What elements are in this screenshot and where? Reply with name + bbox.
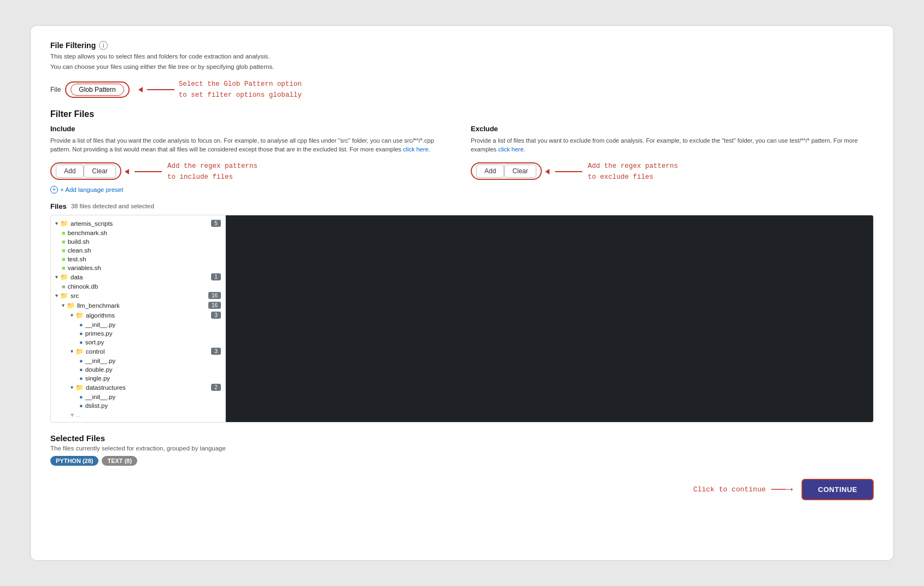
page-title: File Filtering xyxy=(50,41,96,50)
section-header: File Filtering i This step allows you to… xyxy=(50,41,874,72)
exclude-clear-button[interactable]: Clear xyxy=(504,165,536,178)
glob-annotation-text: Select the Glob Pattern optionto set fil… xyxy=(179,79,302,101)
file-icon: ● xyxy=(79,366,83,373)
file-icon: ● xyxy=(79,330,83,337)
include-annotation-text: Add the regex patternsto include files xyxy=(167,161,258,183)
file-icon: ■ xyxy=(62,247,66,254)
folder-icon: 📁 xyxy=(60,273,68,281)
file-icon: ● xyxy=(79,402,83,409)
files-main: ▾ 📁 artemis_scripts 5 ■ benchmark.sh ■ b… xyxy=(50,215,874,423)
folder-icon: 📁 xyxy=(75,312,84,319)
list-item[interactable]: ▾ 📁 control 3 xyxy=(51,347,225,356)
exclude-add-button[interactable]: Add xyxy=(476,165,504,178)
files-section: Files 38 files detected and selected ▾ 📁… xyxy=(50,202,874,423)
info-icon[interactable]: i xyxy=(99,41,108,50)
plus-circle-icon: + xyxy=(50,186,58,194)
file-icon: ■ xyxy=(62,256,66,262)
list-item[interactable]: ● sort.py xyxy=(51,338,225,347)
exclude-annotation-text: Add the regex patternsto exclude files xyxy=(588,161,678,183)
list-item[interactable]: ● primes.py xyxy=(51,329,225,338)
list-item[interactable]: ● dslist.py xyxy=(51,401,225,410)
file-icon: ■ xyxy=(62,238,66,245)
file-icon: ● xyxy=(79,339,83,345)
list-item[interactable]: ▾ 📁 artemis_scripts 5 xyxy=(51,219,225,228)
list-item[interactable]: ● __init__.py xyxy=(51,356,225,365)
filter-columns: Include Provide a list of files that you… xyxy=(50,125,874,194)
include-arrow-left-icon xyxy=(125,169,129,174)
glob-annotation-area: Select the Glob Pattern optionto set fil… xyxy=(138,79,302,101)
chevron-down-icon: ▾ xyxy=(71,348,73,354)
bottom-row: Click to continue ——→ CONTINUE xyxy=(50,479,874,500)
glob-pattern-oval: Glob Pattern xyxy=(65,81,129,98)
file-label: File xyxy=(50,86,61,93)
file-mode-row: File Glob Pattern Select the Glob Patter… xyxy=(50,79,874,101)
file-icon: ■ xyxy=(62,230,66,236)
file-icon: ● xyxy=(79,375,83,382)
code-preview-panel xyxy=(226,215,873,422)
list-item[interactable]: ● __init__.py xyxy=(51,320,225,329)
include-btn-row: Add Clear Add the regex patternsto inclu… xyxy=(50,160,453,183)
files-header: Files 38 files detected and selected xyxy=(50,202,874,210)
folder-icon: 📁 xyxy=(60,292,68,300)
exclude-title: Exclude xyxy=(471,125,874,133)
list-item[interactable]: ■ build.sh xyxy=(51,237,225,246)
list-item[interactable]: ▾ 📁 src 16 xyxy=(51,291,225,301)
include-link[interactable]: click here xyxy=(403,146,428,153)
filter-files-title: Filter Files xyxy=(50,109,874,119)
include-add-button[interactable]: Add xyxy=(56,165,84,178)
exclude-description: Provide a list of files that you want to… xyxy=(471,136,874,154)
selected-files-description: The files currently selected for extract… xyxy=(50,445,874,452)
chevron-down-icon: ▾ xyxy=(62,302,65,308)
list-item[interactable]: ▾ 📁 algorithms 3 xyxy=(51,310,225,320)
file-icon: ■ xyxy=(62,265,66,271)
exclude-link[interactable]: click here xyxy=(498,146,523,153)
chevron-down-icon: ▾ xyxy=(55,220,58,226)
files-count: 38 files detected and selected xyxy=(71,203,154,209)
list-item[interactable]: ▾ 📁 llm_benchmark 16 xyxy=(51,301,225,310)
add-language-preset[interactable]: + + Add language preset xyxy=(50,186,453,194)
files-title: Files xyxy=(50,202,67,210)
exclude-annotation: Add the regex patternsto exclude files xyxy=(545,161,678,183)
continue-button[interactable]: CONTINUE xyxy=(802,479,874,500)
list-item[interactable]: ■ chinook.db xyxy=(51,282,225,291)
list-item: ▾ ... xyxy=(51,410,225,420)
file-icon: ● xyxy=(79,321,83,328)
list-item[interactable]: ● single.py xyxy=(51,374,225,383)
exclude-btn-row: Add Clear Add the regex patternsto exclu… xyxy=(471,160,874,183)
include-title: Include xyxy=(50,125,453,133)
list-item[interactable]: ▾ 📁 data 1 xyxy=(51,272,225,282)
list-item[interactable]: ● __init__.py xyxy=(51,392,225,401)
text-badge: TEXT (8) xyxy=(102,456,137,466)
list-item[interactable]: ■ test.sh xyxy=(51,255,225,263)
file-tree[interactable]: ▾ 📁 artemis_scripts 5 ■ benchmark.sh ■ b… xyxy=(51,215,226,422)
file-icon: ● xyxy=(79,358,83,364)
description-line1: This step allows you to select files and… xyxy=(50,52,874,61)
include-btns-oval: Add Clear xyxy=(50,162,121,180)
chevron-down-icon: ▾ xyxy=(71,312,73,318)
folder-icon: 📁 xyxy=(60,220,68,227)
chevron-down-icon: ▾ xyxy=(55,274,58,280)
chevron-down-icon: ▾ xyxy=(71,384,73,390)
selected-files-section: Selected Files The files currently selec… xyxy=(50,433,874,466)
arrow-line xyxy=(147,89,174,90)
chevron-down-icon: ▾ xyxy=(55,292,58,298)
file-icon: ● xyxy=(79,394,83,400)
list-item[interactable]: ■ variables.sh xyxy=(51,263,225,272)
exclude-btns-oval: Add Clear xyxy=(471,162,542,180)
include-arrow-line xyxy=(134,171,162,172)
selected-files-title: Selected Files xyxy=(50,433,874,443)
list-item[interactable]: ■ clean.sh xyxy=(51,246,225,255)
main-container: File Filtering i This step allows you to… xyxy=(30,25,894,561)
python-badge: PYTHON (28) xyxy=(50,456,98,466)
glob-pattern-button[interactable]: Glob Pattern xyxy=(71,84,124,96)
folder-icon: 📁 xyxy=(75,348,84,355)
arrow-left-icon xyxy=(138,87,143,92)
include-annotation: Add the regex patternsto include files xyxy=(125,161,258,183)
include-clear-button[interactable]: Clear xyxy=(84,165,116,178)
list-item[interactable]: ● double.py xyxy=(51,365,225,374)
folder-icon: 📁 xyxy=(75,384,84,391)
list-item[interactable]: ▾ 📁 datastructures 2 xyxy=(51,383,225,392)
include-column: Include Provide a list of files that you… xyxy=(50,125,453,194)
list-item[interactable]: ■ benchmark.sh xyxy=(51,228,225,237)
file-icon: ■ xyxy=(62,283,66,290)
